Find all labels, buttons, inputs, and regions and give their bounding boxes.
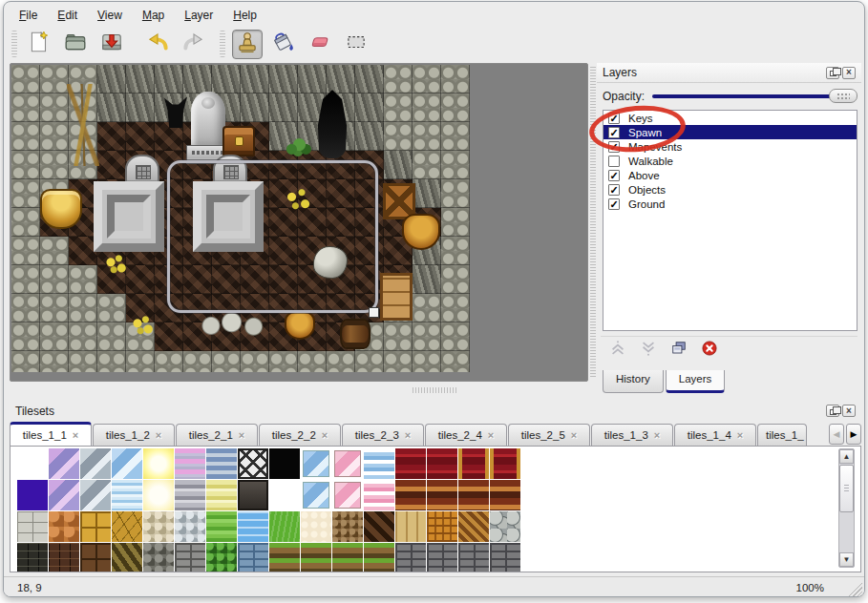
tile-stripes-brown[interactable] — [458, 480, 489, 510]
tile-banner-red-gold[interactable] — [458, 448, 489, 479]
tile-blank[interactable] — [269, 480, 300, 510]
tile-dirt-rows[interactable] — [301, 543, 331, 572]
tile-stripes-gray[interactable] — [175, 480, 205, 510]
wall-tile[interactable] — [355, 122, 384, 151]
tileset-tab-tiles_2_4[interactable]: tiles_2_4× — [425, 424, 507, 446]
wall-tile[interactable] — [183, 65, 212, 94]
tile-brick-blue[interactable] — [238, 543, 268, 572]
scroll-up-button[interactable]: ▲ — [839, 449, 854, 464]
wall-tile[interactable] — [413, 122, 441, 151]
float-panel-button[interactable] — [826, 67, 839, 79]
monk-statue[interactable] — [191, 92, 225, 147]
horned-pot[interactable] — [402, 214, 440, 250]
gold-brazier[interactable] — [40, 189, 82, 229]
tile-stripes-pink[interactable] — [175, 448, 205, 479]
tile-plank-dark[interactable] — [238, 480, 268, 510]
layer-visibility-checkbox[interactable]: ✓ — [608, 170, 620, 181]
select-button[interactable] — [341, 30, 371, 59]
tile-stripes-yellow[interactable] — [206, 480, 237, 510]
tile-shingle-dark[interactable] — [364, 511, 394, 542]
wall-tile[interactable] — [69, 265, 97, 294]
map-content[interactable] — [11, 65, 470, 372]
scroll-tabs-left-button[interactable]: ◀ — [829, 424, 844, 445]
wall-tile[interactable] — [40, 294, 69, 322]
tile-glass-purple[interactable] — [49, 448, 79, 479]
menu-layer[interactable]: Layer — [175, 7, 223, 24]
wall-tile[interactable] — [413, 65, 441, 94]
wall-tile[interactable] — [298, 351, 327, 372]
tab-close-icon[interactable]: × — [156, 429, 161, 441]
wall-tile[interactable] — [355, 94, 384, 122]
tile-water-blue[interactable] — [238, 511, 268, 542]
tile-dirt-rows[interactable] — [332, 543, 363, 572]
scrollbar-thumb[interactable] — [839, 465, 854, 512]
wall-tile[interactable] — [413, 179, 441, 208]
tile-dirt-rows[interactable] — [269, 543, 300, 572]
layer-raise-button[interactable] — [606, 339, 629, 362]
wall-tile[interactable] — [413, 94, 441, 122]
tall-crate[interactable] — [380, 273, 413, 321]
wall-tile[interactable] — [11, 265, 40, 294]
new-file-button[interactable] — [24, 30, 54, 59]
wall-tile[interactable] — [441, 151, 470, 179]
tile-blocks-brown[interactable] — [80, 543, 111, 572]
stone-rubble[interactable] — [199, 311, 267, 338]
tile-wall-dark[interactable] — [17, 543, 48, 572]
menu-edit[interactable]: Edit — [48, 7, 88, 24]
float-panel-button[interactable] — [826, 405, 839, 417]
tile-stone-gold-dark[interactable] — [112, 543, 142, 572]
close-panel-button[interactable]: × — [842, 67, 856, 79]
altar-left[interactable] — [94, 181, 164, 252]
wall-tile[interactable] — [384, 122, 413, 151]
tileset-tab-tiles_1_1[interactable]: tiles_1_1× — [10, 422, 92, 446]
wall-tile[interactable] — [155, 65, 183, 94]
map-canvas[interactable] — [10, 63, 588, 382]
wall-tile[interactable] — [441, 322, 470, 351]
layer-visibility-checkbox[interactable]: ✓ — [608, 127, 620, 138]
treasure-chest[interactable] — [222, 126, 255, 156]
dark-barrel[interactable] — [340, 319, 370, 349]
fill-button[interactable] — [268, 30, 299, 59]
wall-tile[interactable] — [384, 65, 413, 94]
wall-tile[interactable] — [155, 351, 183, 372]
tile-tile-gold[interactable] — [80, 511, 111, 542]
wall-tile[interactable] — [241, 65, 269, 94]
wall-tile[interactable] — [69, 322, 97, 351]
tile-stone-pile[interactable] — [490, 511, 520, 542]
opacity-slider[interactable] — [652, 89, 857, 104]
wall-tile[interactable] — [327, 351, 355, 372]
tileset-tab-tiles_1_4[interactable]: tiles_1_4× — [674, 424, 756, 446]
layer-row-keys[interactable]: ✓Keys — [603, 111, 857, 125]
redo-button[interactable] — [179, 30, 209, 59]
wall-tile[interactable] — [97, 94, 126, 122]
scroll-tabs-right-button[interactable]: ▶ — [846, 424, 861, 445]
floor-tile[interactable] — [126, 265, 155, 294]
tile-lattice[interactable] — [238, 448, 268, 479]
wall-tile[interactable] — [11, 179, 40, 208]
tab-close-icon[interactable]: × — [73, 429, 78, 441]
tile-rubble-gray[interactable] — [143, 543, 174, 572]
tile-brick-gray[interactable] — [175, 543, 205, 572]
opacity-slider-handle[interactable] — [829, 89, 857, 103]
wall-tile[interactable] — [11, 208, 40, 237]
menu-file[interactable]: File — [10, 7, 48, 24]
tile-sand-cream[interactable] — [301, 511, 331, 542]
tab-history[interactable]: History — [603, 370, 664, 393]
wall-tile[interactable] — [355, 65, 384, 94]
clay-pot[interactable] — [285, 311, 315, 340]
tile-glow-yellow[interactable] — [143, 448, 174, 479]
wall-tile[interactable] — [384, 151, 413, 179]
wall-tile[interactable] — [40, 237, 69, 265]
wall-tile[interactable] — [40, 94, 69, 122]
tile-herringbone[interactable] — [458, 511, 489, 542]
wall-tile[interactable] — [126, 351, 155, 372]
toolbar-grip[interactable] — [220, 31, 225, 57]
toolbar-grip[interactable] — [11, 31, 17, 57]
layer-row-ground[interactable]: ✓Ground — [603, 197, 857, 211]
wall-tile[interactable] — [441, 265, 470, 294]
tile-brick-gray-dark[interactable] — [458, 543, 489, 572]
wall-tile[interactable] — [413, 322, 441, 351]
wall-tile[interactable] — [126, 65, 155, 94]
tile-stripes-brown[interactable] — [490, 480, 520, 510]
selection-resize-handle[interactable] — [369, 307, 379, 318]
